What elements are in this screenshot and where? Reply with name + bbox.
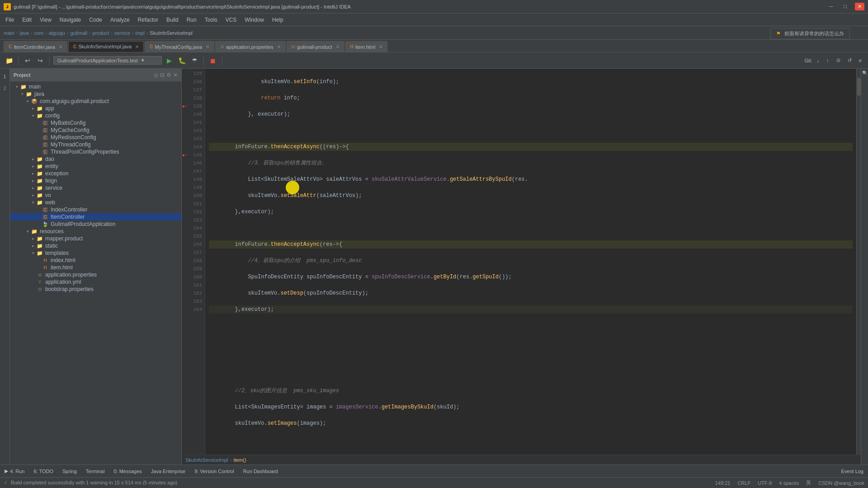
tree-indexcontroller[interactable]: C IndexController	[10, 206, 181, 213]
tab-skuinfo[interactable]: C SkuInfoServiceImpl.java ✕	[68, 41, 144, 52]
bc-file[interactable]: SkuInfoServiceImpl	[150, 30, 193, 36]
menu-vcs[interactable]: VCS	[222, 15, 241, 24]
tree-web[interactable]: ▾ 📁 web	[10, 199, 181, 206]
bottom-tab-version-control[interactable]: 9: Version Control	[190, 465, 238, 478]
bottom-tab-messages[interactable]: 0: Messages	[109, 465, 146, 478]
right-icon-1[interactable]: 🔍	[862, 70, 868, 75]
project-settings-icon[interactable]: ⚙	[166, 72, 171, 78]
minimize-button[interactable]: ─	[827, 3, 836, 10]
tree-main[interactable]: ▾ 📁 main	[10, 83, 181, 90]
menu-build[interactable]: Build	[163, 15, 182, 24]
coverage-button[interactable]: ☂	[189, 55, 200, 66]
close-button[interactable]: ✕	[855, 3, 864, 10]
maximize-button[interactable]: □	[841, 3, 849, 10]
menu-refactor[interactable]: Refactor	[134, 15, 162, 24]
tree-entity[interactable]: ▸ 📁 entity	[10, 163, 181, 170]
menu-run[interactable]: Run	[183, 15, 200, 24]
bc-gulimall[interactable]: gulimall	[71, 30, 87, 36]
tree-config[interactable]: ▾ 📁 config	[10, 112, 181, 119]
run-config-selector[interactable]: GulimallProductApplicationTests.test ▾	[53, 56, 162, 65]
tree-myredissonconfig[interactable]: C MyRedissonConfig	[10, 134, 181, 141]
tree-bootstrap-props[interactable]: ⚙ bootstrap.properties	[10, 286, 181, 293]
git-update[interactable]: ↓	[814, 57, 822, 64]
project-close-icon[interactable]: ✕	[173, 72, 178, 78]
vertical-scrollbar[interactable]	[856, 69, 861, 455]
status-crlf[interactable]: CRLF	[737, 480, 750, 486]
git-history[interactable]: ⊙	[834, 56, 843, 64]
bc-java[interactable]: java	[20, 30, 29, 36]
tab-close-icon[interactable]: ✕	[59, 44, 62, 49]
tree-mycacheconfig[interactable]: C MyCacheConfig	[10, 127, 181, 134]
git-revert[interactable]: ↺	[845, 56, 854, 64]
tree-itemcontroller[interactable]: C ItemController	[10, 213, 181, 221]
tree-static[interactable]: ▸ 📁 static	[10, 242, 181, 249]
tree-threadpoolconfig[interactable]: C ThreadPoolConfigProperties	[10, 148, 181, 155]
git-push[interactable]: ↑	[824, 57, 832, 64]
tab-close-icon4[interactable]: ✕	[277, 44, 281, 49]
tree-mapper[interactable]: ▸ 📁 mapper.product	[10, 235, 181, 242]
menu-window[interactable]: Window	[241, 15, 268, 24]
bottom-tab-event-log[interactable]: Event Log	[836, 465, 868, 478]
tree-gulimallapp[interactable]: 🍃 GulimallProductApplication	[10, 221, 181, 228]
menu-navigate[interactable]: Navigate	[56, 15, 85, 24]
tree-mybatisconfig[interactable]: C MyBatisConfig	[10, 119, 181, 127]
menu-edit[interactable]: Edit	[19, 15, 35, 24]
tab-item-html[interactable]: H item.html ✕	[345, 41, 388, 52]
tab-close-icon2[interactable]: ✕	[135, 44, 139, 49]
toolbar-undo[interactable]: ↩	[22, 55, 33, 66]
tab-close-icon5[interactable]: ✕	[336, 44, 340, 49]
tree-dao[interactable]: ▸ 📁 dao	[10, 155, 181, 163]
bottom-tab-spring[interactable]: Spring	[58, 465, 81, 478]
bc-service[interactable]: service	[114, 30, 130, 36]
tab-close-icon6[interactable]: ✕	[379, 44, 382, 49]
tree-application-props[interactable]: ⚙ application.properties	[10, 271, 181, 278]
status-charset[interactable]: UTF-8	[758, 480, 772, 486]
side-icon-structure[interactable]: 2	[1, 84, 9, 92]
tree-java[interactable]: ▾ 📁 java	[10, 90, 181, 98]
project-locate-icon[interactable]: ◎	[154, 72, 158, 78]
bottom-tab-java-enterprise[interactable]: Java Enterprise	[146, 465, 190, 478]
bc-impl[interactable]: impl	[135, 30, 144, 36]
stop-button[interactable]: ◼	[208, 55, 218, 66]
menu-analyze[interactable]: Analyze	[107, 15, 133, 24]
tree-service[interactable]: ▸ 📁 service	[10, 184, 181, 192]
tree-resources[interactable]: ▾ 📁 resources	[10, 228, 181, 235]
tree-templates[interactable]: ▾ 📁 templates	[10, 249, 181, 257]
run-button[interactable]: ▶	[164, 55, 175, 66]
bc-main[interactable]: main	[4, 30, 14, 36]
status-lang[interactable]: 英	[806, 479, 811, 486]
scroll-thumb[interactable]	[857, 78, 861, 96]
tree-mythreadconfig[interactable]: C MyThreadConfig	[10, 141, 181, 148]
menu-help[interactable]: Help	[269, 15, 287, 24]
code-container[interactable]: 135 136 137 138 ▶!139 140 141 142 143 14…	[182, 69, 861, 455]
bottom-tab-run-dashboard[interactable]: Run Dashboard	[239, 465, 283, 478]
tree-app[interactable]: ▸ 📁 app	[10, 105, 181, 112]
tree-exception[interactable]: ▸ 📁 exception	[10, 170, 181, 177]
git-annotate[interactable]: ≡	[856, 57, 864, 64]
tree-package[interactable]: ▾ 📦 com.atguigu.gulimall.product	[10, 98, 181, 105]
tab-item-controller[interactable]: C ItemController.java ✕	[4, 41, 67, 52]
tree-vo[interactable]: ▸ 📁 vo	[10, 192, 181, 199]
debug-button[interactable]: 🐛	[176, 55, 187, 66]
tab-application-props[interactable]: ⚙ application.properties ✕	[215, 41, 286, 52]
code-editor[interactable]: skuItemVo.setInfo(info); return info; },…	[205, 69, 856, 455]
status-position[interactable]: 149:21	[715, 480, 731, 486]
tree-application-yml[interactable]: Y application.yml	[10, 278, 181, 286]
tab-gulimall-product[interactable]: m gulimall-product ✕	[287, 41, 344, 52]
menu-file[interactable]: File	[2, 15, 18, 24]
menu-tools[interactable]: Tools	[201, 15, 221, 24]
bc-product[interactable]: product	[93, 30, 109, 36]
menu-view[interactable]: View	[36, 15, 55, 24]
menu-code[interactable]: Code	[85, 15, 106, 24]
tree-item-html[interactable]: H item.html	[10, 264, 181, 271]
toolbar-project-btn[interactable]: 📁	[4, 55, 14, 66]
tab-close-icon3[interactable]: ✕	[206, 44, 209, 49]
toolbar-redo[interactable]: ↪	[35, 55, 46, 66]
bottom-tab-todo[interactable]: 6: TODO	[29, 465, 58, 478]
tab-mythreadconfig[interactable]: C MyThreadConfig.java ✕	[145, 41, 214, 52]
bc-com[interactable]: com	[34, 30, 43, 36]
bc-atguigu[interactable]: atguigu	[49, 30, 65, 36]
project-collapse-icon[interactable]: ⊟	[160, 72, 165, 78]
tree-index-html[interactable]: H index.html	[10, 257, 181, 264]
bottom-tab-terminal[interactable]: Terminal	[81, 465, 109, 478]
